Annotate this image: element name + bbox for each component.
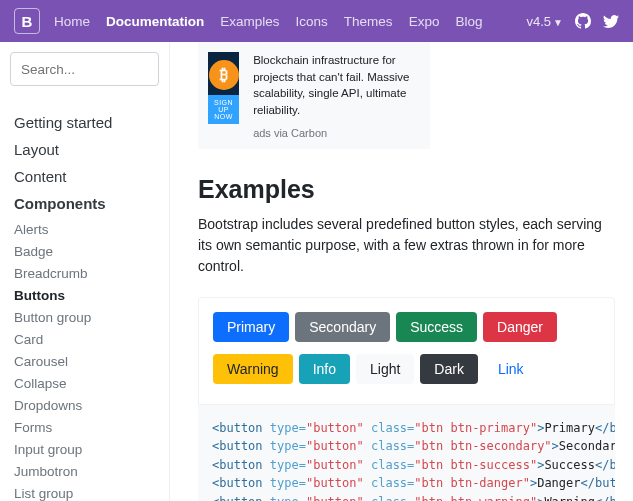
info-button[interactable]: Info (299, 354, 350, 384)
nav-item-blog[interactable]: Blog (455, 14, 482, 29)
nav-item-documentation[interactable]: Documentation (106, 14, 204, 29)
sidebar-item-buttons[interactable]: Buttons (14, 284, 159, 306)
success-button[interactable]: Success (396, 312, 477, 342)
nav-links: HomeDocumentationExamplesIconsThemesExpo… (54, 14, 513, 29)
logo[interactable]: B (14, 8, 40, 34)
ad-cta: SIGN UP NOW (208, 95, 239, 124)
ad-image: ₿ SIGN UP NOW (208, 52, 239, 124)
bitcoin-icon: ₿ (209, 60, 239, 90)
sidebar-group-components[interactable]: Components (14, 195, 155, 212)
sidebar-group-getting-started[interactable]: Getting started (14, 114, 155, 131)
nav-item-themes[interactable]: Themes (344, 14, 393, 29)
sidebar-item-card[interactable]: Card (14, 328, 159, 350)
light-button[interactable]: Light (356, 354, 414, 384)
nav-item-examples[interactable]: Examples (220, 14, 279, 29)
version-dropdown[interactable]: v4.5▼ (527, 14, 563, 29)
example-preview: PrimarySecondarySuccessDangerWarningInfo… (198, 297, 615, 405)
sidebar-group-content[interactable]: Content (14, 168, 155, 185)
sidebar-group-layout[interactable]: Layout (14, 141, 155, 158)
nav-item-home[interactable]: Home (54, 14, 90, 29)
sidebar-item-alerts[interactable]: Alerts (14, 218, 159, 240)
primary-button[interactable]: Primary (213, 312, 289, 342)
chevron-down-icon: ▼ (553, 17, 563, 28)
nav-right: v4.5▼ (527, 13, 619, 29)
nav-item-icons[interactable]: Icons (296, 14, 328, 29)
logo-letter: B (22, 13, 33, 30)
sidebar: Getting startedLayoutContentComponentsAl… (0, 42, 170, 501)
sidebar-item-collapse[interactable]: Collapse (14, 372, 159, 394)
version-label: v4.5 (527, 14, 552, 29)
ad-card[interactable]: ₿ SIGN UP NOW Blockchain infrastructure … (198, 42, 430, 149)
examples-lead: Bootstrap includes several predefined bu… (198, 214, 615, 277)
danger-button[interactable]: Danger (483, 312, 557, 342)
ad-credit: ads via Carbon (253, 127, 420, 139)
sidebar-item-badge[interactable]: Badge (14, 240, 159, 262)
sidebar-item-forms[interactable]: Forms (14, 416, 159, 438)
button-row: PrimarySecondarySuccessDangerWarningInfo… (213, 312, 600, 390)
page-body: Getting startedLayoutContentComponentsAl… (0, 42, 633, 501)
search-input[interactable] (10, 52, 159, 86)
twitter-icon[interactable] (603, 13, 619, 29)
sidebar-item-list-group[interactable]: List group (14, 482, 159, 501)
nav-item-expo[interactable]: Expo (409, 14, 440, 29)
sidebar-item-dropdowns[interactable]: Dropdowns (14, 394, 159, 416)
sidebar-item-carousel[interactable]: Carousel (14, 350, 159, 372)
ad-text-col: Blockchain infrastructure for projects t… (253, 52, 420, 139)
sidebar-item-input-group[interactable]: Input group (14, 438, 159, 460)
sidebar-item-breadcrumb[interactable]: Breadcrumb (14, 262, 159, 284)
main-content: ₿ SIGN UP NOW Blockchain infrastructure … (170, 42, 633, 501)
link-button[interactable]: Link (484, 354, 538, 384)
warning-button[interactable]: Warning (213, 354, 293, 384)
code-block[interactable]: <button type="button" class="btn btn-pri… (198, 405, 615, 501)
ad-headline: Blockchain infrastructure for projects t… (253, 52, 420, 119)
github-icon[interactable] (575, 13, 591, 29)
top-nav: B HomeDocumentationExamplesIconsThemesEx… (0, 0, 633, 42)
sidebar-item-jumbotron[interactable]: Jumbotron (14, 460, 159, 482)
dark-button[interactable]: Dark (420, 354, 478, 384)
sidebar-item-button-group[interactable]: Button group (14, 306, 159, 328)
examples-heading: Examples (198, 175, 615, 204)
secondary-button[interactable]: Secondary (295, 312, 390, 342)
